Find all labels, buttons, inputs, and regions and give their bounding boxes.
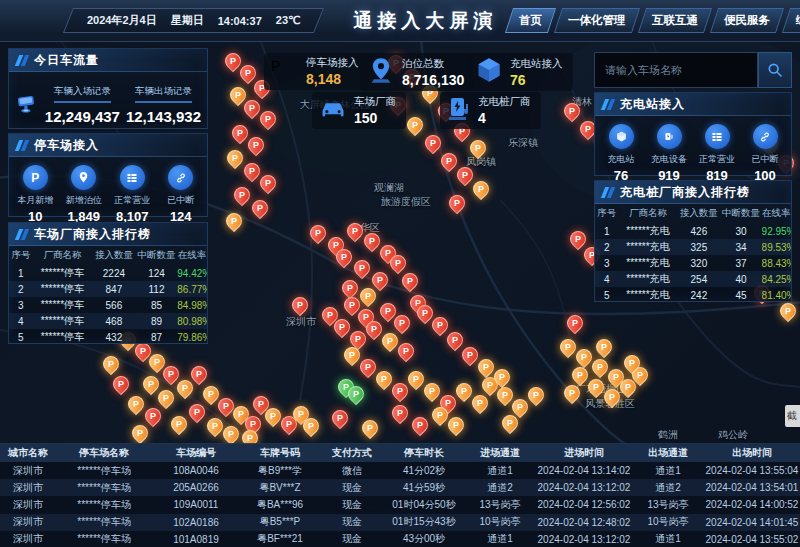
marker-letter: P [502,390,508,400]
table-cell: ******充电 [619,288,678,302]
grid-icon [120,165,145,190]
stat-normal-operation: 正常营业 819 [693,124,741,183]
table-cell: 4 [9,316,33,327]
pin-icon [367,56,395,88]
stat-label: 正常营业 [108,194,157,207]
marker-letter: P [327,310,333,320]
nav-item-interconnection[interactable]: 互联互通 [638,8,712,33]
nav-item-home[interactable]: 首页 [505,8,556,33]
parking-access-panel: 停车场接入 P 本月新增 10 新增泊位 1,849 正常营业 8,107 已中… [8,133,208,217]
marker-letter: P [108,359,114,369]
marker-letter: P [581,352,587,362]
screenshot-tab[interactable]: 截图 [785,405,800,427]
table-cell: ******停车 [33,298,92,312]
table-cell: 10号岗亭 [464,515,536,529]
table-row: 深圳市******停车场205A0266粤BV***Z现金41分59秒通道220… [0,479,800,496]
table-cell: 深圳市 [0,498,56,512]
table-header-cell: 在线率 [762,207,791,220]
marker-letter: P [429,386,435,396]
marker-letter: P [148,379,154,389]
weekday-text: 星期日 [171,13,204,28]
stat-label: 停车场接入 [306,56,359,70]
table-header-cell: 停车场名称 [56,446,152,460]
table-cell: 80.98% [177,316,207,327]
table-cell: 426 [677,226,720,237]
table-cell: 微信 [320,464,384,478]
search-button[interactable] [758,52,792,88]
panel-header: 充电站接入 [595,93,791,116]
map-place-label: 鹤洲 [658,428,678,442]
marker-letter: P [228,429,234,439]
table-cell: 3 [9,300,33,311]
table-cell: 432 [92,332,136,343]
nav-label: 首页 [519,13,542,28]
marker-letter: P [212,421,218,431]
link-icon [168,165,193,190]
table-cell: 5 [9,332,33,343]
table-cell: 4 [595,274,619,285]
records-table-body: 城市名称停车场名称车场编号车牌号码支付方式停车时长进场通道进场时间出场通道出场时… [0,444,800,547]
map-place-label: 凤岗镇 [466,155,496,169]
charge-station-statbox: 充电站接入 76 [468,53,573,91]
dashboard: PPPPPPPPPPPPPPPPPPPPPPPPPPPPPPPPPPPPPPPP… [0,0,800,547]
marker-letter: P [118,379,124,389]
table-cell: ******停车场 [56,464,152,478]
search-bar [594,52,792,88]
stat-month-new: P 本月新增 10 [11,165,60,224]
parking-vendor-rank-table: 序号厂商名称接入数量中断数量在线率1******停车222412494.42%2… [9,246,207,345]
table-cell: 现金 [320,498,384,512]
marker-letter: P [452,335,458,345]
table-cell: 124 [136,268,178,279]
table-cell: 13号岗亭 [632,498,704,512]
table-row: 深圳市******停车场109A0011粤BA***96现金01时04分50秒1… [0,496,800,513]
search-input[interactable] [594,52,758,88]
marker-letter: P [597,362,603,372]
nav-item-governance[interactable]: 综合治理 [782,8,800,33]
table-cell: 深圳市 [0,481,56,495]
marker-letter: P [249,166,255,176]
stat-value: 8,716,130 [402,72,464,88]
table-header-cell: 车场编号 [152,446,240,460]
stat-value: 8,148 [306,71,359,87]
table-row: 3******充电3203788.43% [595,255,791,271]
stat-charge-devices: 充电设备 919 [645,124,693,183]
marker-letter: P [333,240,339,250]
marker-letter: P [533,390,539,400]
marker-letter: P [585,124,591,134]
stat-label: 充电站接入 [510,57,563,71]
nav-item-integrated-management[interactable]: 一体化管理 [554,8,640,33]
nav-item-public-services[interactable]: 便民服务 [710,8,784,33]
table-header-row: 序号厂商名称接入数量中断数量在线率 [595,204,791,223]
marker-letter: P [454,198,460,208]
top-bar: 2024年2月4日 星期日 14:04:37 23℃ 通接入大屏演 首页 一体化… [0,0,800,42]
map-place-label: 乐深镇 [508,136,538,150]
table-cell: 通道2 [632,481,704,495]
marker-letter: P [308,421,314,431]
table-cell: ******充电 [619,256,678,270]
marker-letter: P [347,283,353,293]
stat-charge-stations: 充电站 76 [597,124,645,183]
stat-label: 正常营业 [693,153,741,166]
table-cell: 34 [720,242,761,253]
stat-label: 新增泊位 [60,194,109,207]
marker-letter: P [196,369,202,379]
table-cell: 102A0186 [152,517,240,528]
table-cell: 43分00秒 [384,532,464,546]
table-cell: 566 [92,300,136,311]
table-cell: 84.98% [177,300,207,311]
stat-value: 150 [354,110,396,126]
marker-letter: P [478,184,484,194]
marker-letter: P [395,258,401,268]
p-circle-icon: P [271,58,299,86]
table-cell: ******充电 [619,272,678,286]
marker-letter: P [363,312,369,322]
table-row: 5******停车4328779.86% [9,329,207,345]
table-header-cell: 序号 [9,249,33,262]
marker-letter: P [412,120,418,130]
table-cell: 30 [720,226,761,237]
panel-title: 充电站接入 [620,96,685,113]
marker-letter: P [257,203,263,213]
table-row: 深圳市******停车场101A0819粤BF***21现金43分00秒通道12… [0,531,800,547]
table-cell: 2024-02-04 12:48:02 [536,517,632,528]
table-header-cell: 进场时间 [536,446,632,460]
